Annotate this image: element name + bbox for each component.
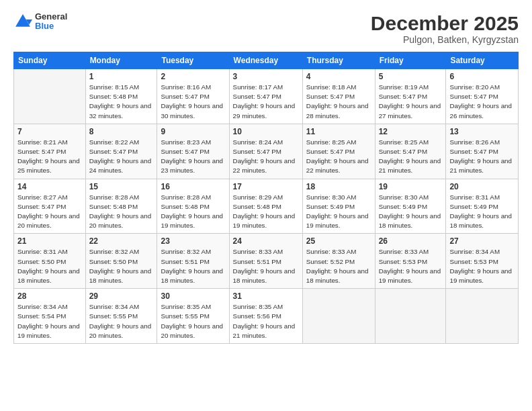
day-cell: 1Sunrise: 8:15 AMSunset: 5:48 PMDaylight… [85, 69, 157, 124]
day-cell: 30Sunrise: 8:35 AMSunset: 5:55 PMDayligh… [157, 289, 229, 344]
day-cell: 13Sunrise: 8:26 AMSunset: 5:47 PMDayligh… [446, 124, 519, 179]
day-info: Sunrise: 8:31 AMSunset: 5:49 PMDaylight:… [449, 193, 515, 231]
day-number: 4 [306, 72, 371, 81]
col-tuesday: Tuesday [157, 52, 229, 69]
day-info: Sunrise: 8:24 AMSunset: 5:47 PMDaylight:… [233, 138, 299, 176]
day-info: Sunrise: 8:26 AMSunset: 5:47 PMDaylight:… [449, 138, 515, 176]
logo-text: General Blue [35, 12, 67, 32]
month-title: December 2025 [371, 12, 519, 34]
day-cell [14, 69, 86, 124]
day-cell: 12Sunrise: 8:25 AMSunset: 5:47 PMDayligh… [375, 124, 446, 179]
day-number: 16 [161, 182, 225, 191]
day-cell: 2Sunrise: 8:16 AMSunset: 5:47 PMDaylight… [157, 69, 229, 124]
day-info: Sunrise: 8:30 AMSunset: 5:49 PMDaylight:… [379, 193, 443, 231]
day-number: 18 [306, 182, 371, 191]
week-row-1: 1Sunrise: 8:15 AMSunset: 5:48 PMDaylight… [14, 69, 519, 124]
calendar-page: General Blue December 2025 Pulgon, Batke… [0, 0, 532, 411]
day-cell: 11Sunrise: 8:25 AMSunset: 5:47 PMDayligh… [302, 124, 375, 179]
day-number: 29 [89, 291, 154, 301]
day-number: 23 [161, 236, 225, 246]
day-number: 27 [449, 236, 515, 246]
day-number: 25 [306, 236, 371, 246]
day-cell: 17Sunrise: 8:29 AMSunset: 5:48 PMDayligh… [229, 179, 302, 234]
location: Pulgon, Batken, Kyrgyzstan [371, 34, 519, 45]
day-info: Sunrise: 8:16 AMSunset: 5:47 PMDaylight:… [161, 83, 225, 121]
day-cell: 28Sunrise: 8:34 AMSunset: 5:54 PMDayligh… [14, 289, 86, 344]
day-cell: 10Sunrise: 8:24 AMSunset: 5:47 PMDayligh… [229, 124, 302, 179]
day-cell: 20Sunrise: 8:31 AMSunset: 5:49 PMDayligh… [446, 179, 519, 234]
day-info: Sunrise: 8:32 AMSunset: 5:50 PMDaylight:… [89, 247, 154, 285]
day-info: Sunrise: 8:35 AMSunset: 5:55 PMDaylight:… [161, 302, 225, 340]
day-cell [302, 289, 375, 344]
day-number: 26 [379, 236, 443, 246]
logo-icon [13, 12, 32, 31]
day-info: Sunrise: 8:32 AMSunset: 5:51 PMDaylight:… [161, 247, 225, 285]
day-cell: 8Sunrise: 8:22 AMSunset: 5:47 PMDaylight… [85, 124, 157, 179]
day-cell [446, 289, 519, 344]
day-info: Sunrise: 8:25 AMSunset: 5:47 PMDaylight:… [379, 138, 443, 176]
day-number: 2 [161, 72, 225, 81]
day-info: Sunrise: 8:33 AMSunset: 5:53 PMDaylight:… [379, 247, 443, 285]
day-number: 24 [233, 236, 299, 246]
day-number: 10 [233, 127, 299, 136]
day-info: Sunrise: 8:28 AMSunset: 5:48 PMDaylight:… [89, 193, 154, 231]
day-cell: 6Sunrise: 8:20 AMSunset: 5:47 PMDaylight… [446, 69, 519, 124]
week-row-2: 7Sunrise: 8:21 AMSunset: 5:47 PMDaylight… [14, 124, 519, 179]
day-info: Sunrise: 8:34 AMSunset: 5:54 PMDaylight:… [17, 302, 82, 340]
day-number: 11 [306, 127, 371, 136]
day-cell: 26Sunrise: 8:33 AMSunset: 5:53 PMDayligh… [375, 234, 446, 289]
day-info: Sunrise: 8:18 AMSunset: 5:47 PMDaylight:… [306, 83, 371, 121]
day-info: Sunrise: 8:20 AMSunset: 5:47 PMDaylight:… [449, 83, 515, 121]
day-number: 13 [449, 127, 515, 136]
day-cell: 18Sunrise: 8:30 AMSunset: 5:49 PMDayligh… [302, 179, 375, 234]
col-monday: Monday [85, 52, 157, 69]
calendar-table: Sunday Monday Tuesday Wednesday Thursday… [13, 52, 519, 344]
day-info: Sunrise: 8:25 AMSunset: 5:47 PMDaylight:… [306, 138, 371, 176]
week-row-4: 21Sunrise: 8:31 AMSunset: 5:50 PMDayligh… [14, 234, 519, 289]
day-info: Sunrise: 8:15 AMSunset: 5:48 PMDaylight:… [89, 83, 154, 121]
logo-blue: Blue [35, 21, 67, 31]
col-saturday: Saturday [446, 52, 519, 69]
day-info: Sunrise: 8:22 AMSunset: 5:47 PMDaylight:… [89, 138, 154, 176]
day-cell: 7Sunrise: 8:21 AMSunset: 5:47 PMDaylight… [14, 124, 86, 179]
col-thursday: Thursday [302, 52, 375, 69]
day-number: 1 [89, 72, 154, 81]
day-number: 8 [89, 127, 154, 136]
day-number: 3 [233, 72, 299, 81]
week-row-3: 14Sunrise: 8:27 AMSunset: 5:47 PMDayligh… [14, 179, 519, 234]
day-number: 12 [379, 127, 443, 136]
day-cell: 4Sunrise: 8:18 AMSunset: 5:47 PMDaylight… [302, 69, 375, 124]
header: General Blue December 2025 Pulgon, Batke… [13, 12, 519, 45]
logo-general: General [35, 12, 67, 21]
day-cell: 9Sunrise: 8:23 AMSunset: 5:47 PMDaylight… [157, 124, 229, 179]
day-cell: 3Sunrise: 8:17 AMSunset: 5:47 PMDaylight… [229, 69, 302, 124]
day-info: Sunrise: 8:33 AMSunset: 5:51 PMDaylight:… [233, 247, 299, 285]
day-number: 30 [161, 291, 225, 301]
day-cell: 16Sunrise: 8:28 AMSunset: 5:48 PMDayligh… [157, 179, 229, 234]
day-cell: 25Sunrise: 8:33 AMSunset: 5:52 PMDayligh… [302, 234, 375, 289]
day-info: Sunrise: 8:30 AMSunset: 5:49 PMDaylight:… [306, 193, 371, 231]
day-info: Sunrise: 8:19 AMSunset: 5:47 PMDaylight:… [379, 83, 443, 121]
day-number: 20 [449, 182, 515, 191]
day-info: Sunrise: 8:17 AMSunset: 5:47 PMDaylight:… [233, 83, 299, 121]
day-info: Sunrise: 8:35 AMSunset: 5:56 PMDaylight:… [233, 302, 299, 340]
header-row: Sunday Monday Tuesday Wednesday Thursday… [14, 52, 519, 69]
day-info: Sunrise: 8:28 AMSunset: 5:48 PMDaylight:… [161, 193, 225, 231]
day-cell: 14Sunrise: 8:27 AMSunset: 5:47 PMDayligh… [14, 179, 86, 234]
col-sunday: Sunday [14, 52, 86, 69]
day-cell: 22Sunrise: 8:32 AMSunset: 5:50 PMDayligh… [85, 234, 157, 289]
day-cell: 29Sunrise: 8:34 AMSunset: 5:55 PMDayligh… [85, 289, 157, 344]
day-number: 14 [17, 182, 82, 191]
day-number: 19 [379, 182, 443, 191]
day-cell: 19Sunrise: 8:30 AMSunset: 5:49 PMDayligh… [375, 179, 446, 234]
day-cell: 23Sunrise: 8:32 AMSunset: 5:51 PMDayligh… [157, 234, 229, 289]
day-info: Sunrise: 8:34 AMSunset: 5:55 PMDaylight:… [89, 302, 154, 340]
day-number: 7 [17, 127, 82, 136]
day-number: 17 [233, 182, 299, 191]
day-cell: 5Sunrise: 8:19 AMSunset: 5:47 PMDaylight… [375, 69, 446, 124]
day-cell: 21Sunrise: 8:31 AMSunset: 5:50 PMDayligh… [14, 234, 86, 289]
logo: General Blue [13, 12, 67, 32]
col-wednesday: Wednesday [229, 52, 302, 69]
day-number: 5 [379, 72, 443, 81]
day-cell [375, 289, 446, 344]
